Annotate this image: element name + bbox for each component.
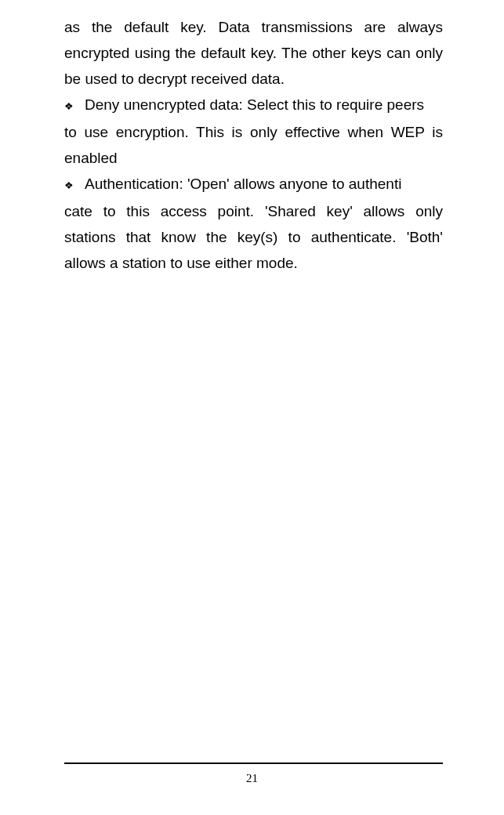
- lead-in-paragraph: as the default key. Data transmissions a…: [64, 14, 443, 92]
- page-number: 21: [0, 772, 504, 785]
- bullet-continuation: to use encryption. This is only effectiv…: [64, 119, 443, 171]
- footer-rule: [64, 762, 443, 764]
- bullet-first-line: Deny unencrypted data: Select this to re…: [85, 92, 443, 118]
- bullet-first-line: Authentication: 'Open' allows anyone to …: [85, 171, 443, 197]
- bullet-item: ❖ Authentication: 'Open' allows anyone t…: [64, 171, 443, 198]
- diamond-bullet-icon: ❖: [64, 172, 74, 198]
- bullet-item: ❖ Deny unencrypted data: Select this to …: [64, 92, 443, 119]
- bullet-continuation: cate to this access point. 'Shared key' …: [64, 198, 443, 276]
- diamond-bullet-icon: ❖: [64, 93, 74, 119]
- page-content: as the default key. Data transmissions a…: [0, 0, 504, 276]
- page-footer: 21: [0, 762, 504, 785]
